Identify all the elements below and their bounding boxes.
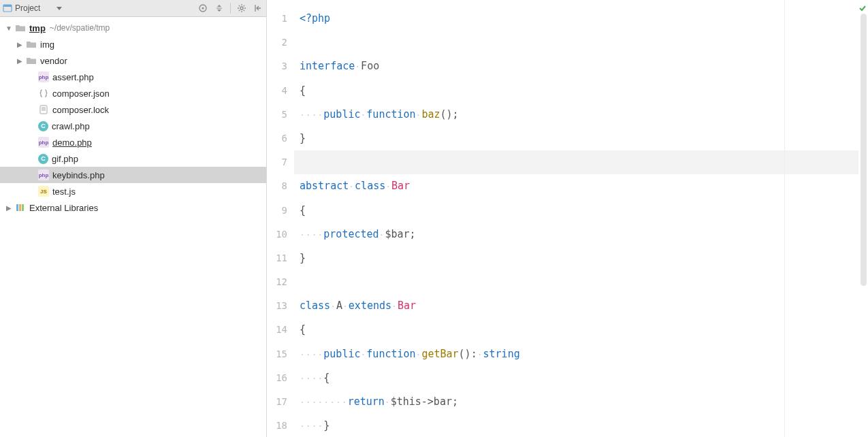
line-number: 10 [267, 223, 294, 246]
svg-point-3 [202, 7, 204, 10]
line-number: 12 [267, 270, 294, 294]
tree-root-path: ~/dev/spatie/tmp [50, 23, 110, 33]
line-number: 6 [267, 127, 294, 150]
vertical-scrollbar[interactable] [861, 14, 867, 286]
code-line[interactable]: ····public·function·baz(); [294, 103, 858, 127]
tree-root-name: tmp [29, 23, 46, 33]
tree-item-label: keybinds.php [52, 170, 105, 180]
line-number: 14 [267, 318, 294, 342]
project-tree: ▼ tmp ~/dev/spatie/tmp ▶img▶vendor▶phpas… [0, 17, 266, 216]
tree-item-label: assert.php [52, 72, 94, 82]
chevron-right-icon[interactable]: ▶ [4, 203, 14, 212]
class-file-icon: C [38, 154, 48, 164]
tree-item-test-js[interactable]: ▶JStest.js [0, 183, 266, 199]
line-number: 15 [267, 342, 294, 366]
line-number: 13 [267, 294, 294, 318]
svg-rect-20 [22, 204, 24, 211]
code-line[interactable]: abstract·class·Bar [294, 174, 858, 198]
tree-item-keybinds-php[interactable]: ▶phpkeybinds.php [0, 167, 266, 183]
external-libraries-label: External Libraries [29, 203, 98, 213]
hide-panel-icon[interactable] [253, 3, 263, 14]
tree-item-vendor[interactable]: ▶vendor [0, 52, 266, 69]
tree-item-label: vendor [40, 56, 67, 66]
tree-item-label: demo.php [52, 137, 92, 148]
project-header: Project [0, 0, 266, 17]
svg-line-13 [244, 5, 244, 6]
code-line[interactable]: } [294, 127, 858, 150]
libraries-icon [15, 202, 26, 213]
tree-item-composer-lock[interactable]: ▶composer.lock [0, 101, 266, 118]
right-margin-guide [784, 0, 785, 437]
tree-item-crawl-php[interactable]: ▶Ccrawl.php [0, 118, 266, 134]
code-line[interactable]: ····public·function·getBar():·string [294, 342, 858, 366]
external-libraries[interactable]: ▶ External Libraries [0, 199, 266, 216]
line-number: 16 [267, 366, 294, 390]
php-file-icon: php [38, 169, 49, 180]
tree-item-label: test.js [52, 187, 76, 197]
locate-icon[interactable] [197, 3, 208, 14]
chevron-down-icon[interactable]: ▼ [4, 23, 14, 33]
settings-gear-icon[interactable] [236, 3, 247, 14]
code-line[interactable] [294, 31, 858, 54]
tree-item-img[interactable]: ▶img [0, 36, 266, 52]
tree-item-label: gif.php [52, 154, 78, 164]
tree-item-label: img [40, 39, 54, 50]
folder-icon [26, 39, 37, 50]
project-title: Project [15, 3, 40, 13]
code-area[interactable]: <?phpinterface·Foo{····public·function·b… [294, 0, 858, 437]
tree-root[interactable]: ▼ tmp ~/dev/spatie/tmp [0, 20, 266, 36]
code-line[interactable]: ····} [294, 414, 858, 437]
tree-item-gif-php[interactable]: ▶Cgif.php [0, 150, 266, 167]
chevron-right-icon[interactable]: ▶ [15, 56, 25, 65]
code-line[interactable]: interface·Foo [294, 54, 858, 78]
project-sidebar: Project [0, 0, 267, 437]
tree-item-label: composer.json [52, 88, 110, 99]
code-line[interactable]: class·A·extends·Bar [294, 294, 858, 318]
svg-rect-14 [40, 106, 47, 114]
toolbar-divider [230, 3, 231, 14]
line-number-gutter: 123456789101112131415161718 [267, 0, 294, 437]
tree-item-assert-php[interactable]: ▶phpassert.php [0, 69, 266, 85]
chevron-right-icon[interactable]: ▶ [15, 39, 25, 49]
editor-right-gutter [858, 0, 868, 437]
tree-item-demo-php[interactable]: ▶phpdemo.php [0, 134, 266, 150]
php-file-icon: php [38, 137, 49, 148]
folder-icon [15, 22, 26, 33]
svg-rect-18 [16, 204, 18, 211]
line-number: 3 [267, 54, 294, 78]
project-icon [3, 3, 12, 13]
project-scope-dropdown[interactable] [46, 3, 73, 14]
code-line[interactable]: } [294, 246, 858, 270]
tree-item-composer-json[interactable]: ▶composer.json [0, 85, 266, 101]
lock-file-icon [38, 104, 49, 115]
line-number: 8 [267, 174, 294, 198]
svg-rect-19 [19, 204, 21, 211]
svg-point-5 [240, 7, 243, 10]
code-line[interactable]: { [294, 199, 858, 223]
line-number: 1 [267, 7, 294, 31]
svg-line-12 [239, 10, 240, 11]
code-line[interactable] [294, 150, 858, 174]
collapse-all-icon[interactable] [214, 3, 225, 14]
line-number: 7 [267, 150, 294, 174]
code-line[interactable]: <?php [294, 7, 858, 31]
svg-line-10 [239, 5, 240, 6]
code-line[interactable]: ····{ [294, 366, 858, 390]
code-line[interactable]: ········return·$this->bar; [294, 390, 858, 414]
code-editor[interactable]: 123456789101112131415161718 <?phpinterfa… [267, 0, 868, 437]
code-line[interactable]: { [294, 79, 858, 103]
svg-rect-1 [3, 5, 12, 7]
line-number: 9 [267, 199, 294, 223]
code-line[interactable] [294, 270, 858, 294]
json-file-icon [38, 88, 49, 99]
js-file-icon: JS [38, 186, 49, 197]
code-line[interactable]: ····protected·$bar; [294, 223, 858, 246]
class-file-icon: C [38, 121, 48, 131]
line-number: 4 [267, 79, 294, 103]
line-number: 17 [267, 390, 294, 414]
tree-item-label: composer.lock [52, 105, 109, 115]
line-number: 2 [267, 31, 294, 54]
code-line[interactable]: { [294, 318, 858, 342]
php-file-icon: php [38, 71, 49, 82]
line-number: 11 [267, 246, 294, 270]
